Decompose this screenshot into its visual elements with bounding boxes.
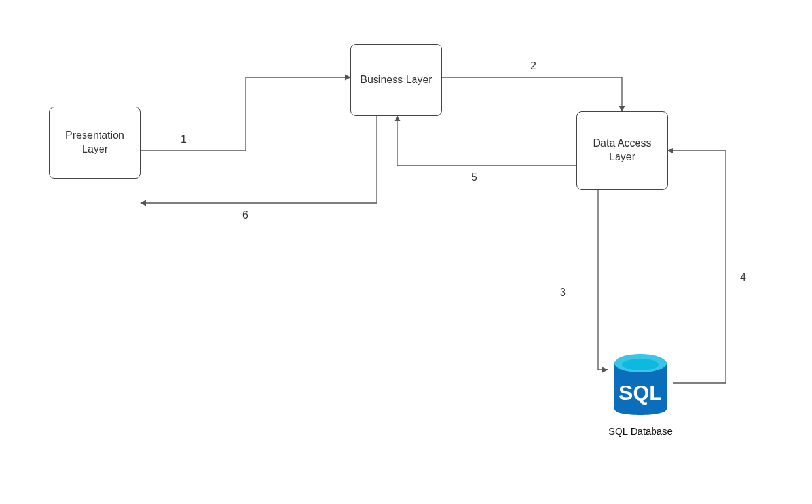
edge-2 [442, 77, 622, 111]
edge-4 [668, 151, 726, 383]
sql-icon-text: SQL [619, 381, 662, 405]
edge-6 [141, 116, 377, 203]
sql-database-label: SQL Database [595, 425, 686, 437]
sql-database-icon: SQL [608, 350, 673, 422]
svg-point-1 [622, 359, 659, 370]
node-label: Business Layer [360, 73, 432, 87]
edge-label-4: 4 [740, 272, 746, 283]
edge-label-6: 6 [242, 209, 248, 221]
edge-label-1: 1 [181, 134, 187, 145]
edge-5 [397, 116, 576, 166]
node-label: Presentation Layer [52, 129, 138, 156]
node-label: Data Access Layer [580, 137, 665, 164]
node-business-layer: Business Layer [350, 44, 442, 116]
node-presentation-layer: Presentation Layer [49, 107, 141, 179]
edge-1 [141, 77, 350, 151]
edge-label-5: 5 [471, 171, 477, 183]
node-data-access-layer: Data Access Layer [576, 111, 668, 190]
edge-label-3: 3 [560, 287, 566, 298]
diagram-canvas: Presentation Layer Business Layer Data A… [0, 0, 812, 504]
edge-label-2: 2 [530, 60, 536, 72]
edge-3 [598, 190, 608, 370]
